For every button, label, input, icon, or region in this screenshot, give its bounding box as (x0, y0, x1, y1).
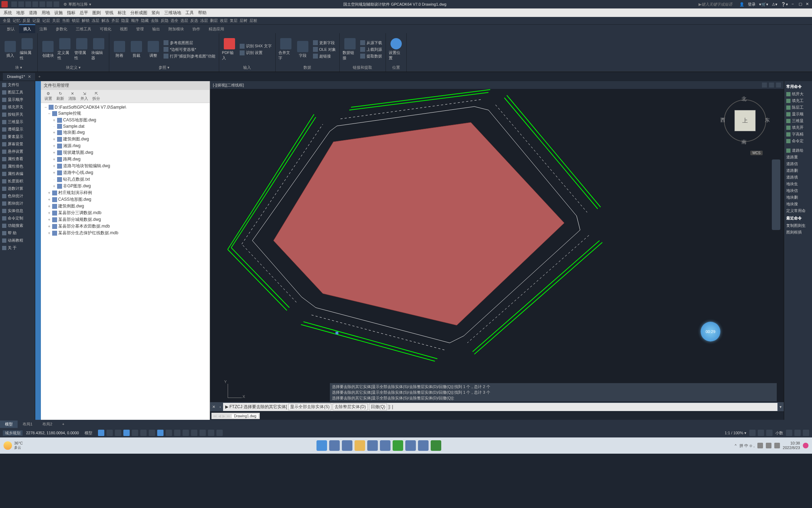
rp-item[interactable]: 地块生 (786, 181, 811, 187)
lp-entity[interactable]: 实体信息 (0, 207, 35, 214)
cmd-close-icon[interactable]: ✕ (210, 405, 217, 409)
tb-5[interactable]: 关层 (51, 18, 61, 23)
tb-12[interactable]: 隐显 (121, 18, 130, 23)
decimal-label[interactable]: 小数 (775, 430, 783, 436)
wifi-icon[interactable] (757, 443, 763, 448)
tb-16[interactable]: 反隐 (160, 18, 169, 23)
edit-attr-button[interactable]: 编辑属性 (20, 38, 35, 61)
lp-layer[interactable]: 图层工具 (0, 89, 35, 96)
chrome-icon[interactable] (380, 440, 390, 451)
compass-east[interactable]: 东 (765, 117, 770, 123)
lp-transparent[interactable]: 透明显示 (0, 126, 35, 133)
plus-status-icon[interactable] (758, 430, 764, 436)
rp-item[interactable]: 道路删 (786, 167, 811, 174)
rp-item[interactable]: 道路信 (786, 161, 811, 167)
ribbon-tab-output[interactable]: 输出 (148, 25, 164, 33)
tb-1[interactable]: 记忆 (12, 18, 21, 23)
search-hint[interactable]: 键入关键字或短语 (701, 2, 732, 7)
ime-indicator[interactable]: 拼 中 ⊙ , (739, 443, 755, 448)
tb-25[interactable]: 层桩 (249, 18, 258, 23)
cmd-opt-q[interactable]: 回撤(Q) (369, 404, 387, 410)
tb-6[interactable]: 当前 (61, 18, 70, 23)
compass-north[interactable]: 北 (742, 96, 746, 102)
ribbon-tab-featured[interactable]: 精选应用 (204, 25, 228, 33)
help-icon[interactable]: ❔▾ (781, 2, 788, 7)
vp-minimize-icon[interactable] (762, 83, 767, 87)
ribbon-tab-parametric[interactable]: 参数化 (51, 25, 72, 33)
tb-18[interactable]: 选层 (180, 18, 189, 23)
quick-prop-icon[interactable] (183, 430, 189, 436)
ribbon-tab-manage[interactable]: 管理 (132, 25, 148, 33)
tree-node[interactable]: +地块图.dwg (42, 129, 208, 136)
merge-text-button[interactable]: 合并文字 (278, 38, 293, 61)
anno-vis-icon[interactable] (208, 430, 214, 436)
view-cube[interactable]: 上 北 南 东 西 (720, 96, 770, 145)
fm-settings-button[interactable]: ⚙设置 (44, 91, 52, 101)
tb-9[interactable]: 冻层 (91, 18, 100, 23)
tree-node[interactable]: +某县部分三调数据.mdb (42, 210, 208, 216)
compass-south[interactable]: 南 (742, 139, 746, 145)
lp-3d[interactable]: 三维显示 (0, 118, 35, 126)
ribbon-tab-default[interactable]: 默认 (3, 25, 19, 33)
insert-block-button[interactable]: 插入 (3, 41, 18, 58)
rp-item[interactable]: 字高精 (786, 131, 811, 138)
system-clock[interactable]: 10:38 2022/8/23 (783, 441, 800, 450)
tb-4[interactable]: 记层 (42, 18, 51, 23)
layout-tab-1[interactable]: 布局1 (18, 421, 37, 428)
data-link-button[interactable]: 数据链接 (343, 38, 357, 61)
rp-item[interactable]: 道路填 (786, 174, 811, 181)
close-tab-icon[interactable]: ✕ (28, 74, 31, 79)
tree-node[interactable]: +路网.dwg (42, 156, 208, 163)
attach-button[interactable]: 附着 (112, 41, 127, 58)
tree-node[interactable]: +CASS地形图.dwg (42, 117, 208, 123)
pan-status-icon[interactable] (766, 430, 773, 436)
menu-analysis[interactable]: 分析成图 (128, 9, 149, 17)
cmd-opt-s[interactable]: 显示全部去除实体(S) (288, 404, 331, 410)
lp-blockstat[interactable]: 图块统计 (0, 200, 35, 207)
tray-chevron-icon[interactable]: ^ (735, 443, 737, 448)
lp-fill[interactable]: 填充开关 (0, 103, 35, 111)
osnap-toggle-icon[interactable] (132, 430, 138, 436)
recognize-shx-button[interactable]: 识别 SHX 文字 (239, 43, 272, 49)
doc-tab-drawing1[interactable]: Drawing1* ✕ (3, 73, 36, 80)
polar-toggle-icon[interactable] (123, 430, 130, 436)
ribbon-tab-insert[interactable]: 插入 (19, 24, 35, 33)
qat-redo-icon[interactable] (54, 1, 59, 7)
rp-item[interactable]: 图则框插 (786, 229, 811, 236)
edge-icon[interactable] (367, 440, 378, 451)
tree-node[interactable]: +某县部分基本农田数据.mdb (42, 223, 208, 230)
tree-node[interactable]: +某县部分生态保护红线数据.mdb (42, 230, 208, 236)
tree-node[interactable]: +道路中心线.dwg (42, 169, 208, 176)
sheet-nav-prev-icon[interactable]: ◀ (218, 414, 221, 418)
ribbon-tab-3dtools[interactable]: 三维工具 (72, 25, 96, 33)
layout-tab-model[interactable]: 模型 (0, 421, 18, 428)
play-icon[interactable]: ▶ (699, 2, 701, 7)
workspace-selector[interactable]: ⚙ 草图与注释 ▾ (63, 2, 91, 7)
menu-land[interactable]: 用地 (39, 9, 52, 17)
close-button[interactable]: ✕ (806, 2, 811, 7)
tb-15[interactable]: 去除 (150, 18, 159, 23)
menu-drawing[interactable]: 图则 (90, 9, 103, 17)
menu-facility[interactable]: 设施 (52, 9, 65, 17)
ribbon-tab-addon[interactable]: 附加模块 (164, 25, 188, 33)
qat-undo-icon[interactable] (47, 1, 52, 7)
lp-bg[interactable]: 屏幕背景 (0, 140, 35, 148)
fm-clear-button[interactable]: ✕清除 (68, 91, 76, 101)
rp-item[interactable]: 填充开 (786, 124, 811, 131)
rp-item[interactable]: 三维显 (786, 117, 811, 124)
rp-item[interactable]: 定义常用命 (786, 207, 811, 214)
ribbon-tab-visualize[interactable]: 可视化 (96, 25, 116, 33)
qat-open-icon[interactable] (18, 1, 24, 7)
tb-2[interactable]: 反显 (22, 18, 31, 23)
taskview-icon[interactable] (342, 440, 352, 451)
command-line[interactable]: ✕ ‹ ▶ FTZCJ 选择要去除的其它实体[ 显示全部去除实体(S) 去除整层… (210, 402, 784, 411)
quick-access-toolbar[interactable] (11, 1, 59, 7)
login-button[interactable]: 登录 (748, 2, 756, 7)
ref-layers-button[interactable]: 参考底图图层 (163, 40, 216, 46)
tb-14[interactable]: 隐藏 (140, 18, 149, 23)
update-field-button[interactable]: 更新字段 (312, 40, 337, 46)
lp-length[interactable]: 长度面积 (0, 177, 35, 185)
tb-22[interactable]: 改层 (219, 18, 228, 23)
ribbon-tab-annotate[interactable]: 注释 (35, 25, 51, 33)
anno-auto-icon[interactable] (216, 430, 223, 436)
